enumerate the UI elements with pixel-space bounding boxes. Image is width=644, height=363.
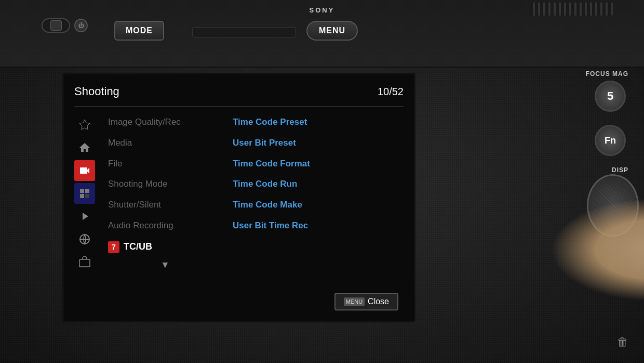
power-button[interactable]: ⏻ (74, 19, 88, 32)
menu-label-small: MENU (344, 297, 365, 306)
menu-area: Image Quality/Rec Media File Shooting Mo… (103, 112, 404, 296)
star-icon (78, 119, 91, 131)
screen-title: Shooting (74, 85, 119, 98)
power-icon: ⏻ (78, 22, 84, 29)
menu-right: Time Code Preset User Bit Preset Time Co… (233, 112, 388, 236)
focus-mag-dial[interactable]: 5 (595, 81, 626, 112)
close-button[interactable]: MENU Close (334, 293, 398, 310)
svg-rect-3 (85, 194, 89, 198)
menu-item-user-bit-preset[interactable]: User Bit Preset (233, 133, 388, 153)
close-label: Close (368, 297, 389, 306)
network-icon (78, 233, 91, 245)
focus-mag-label: FOCUS MAG (586, 70, 628, 77)
svg-rect-1 (85, 189, 89, 193)
menu-item-audio[interactable]: Audio Recording (108, 215, 222, 236)
sidebar-icon-custom[interactable] (74, 183, 95, 204)
sidebar-icon-play[interactable] (74, 206, 95, 227)
sidebar-icon-network[interactable] (74, 229, 95, 250)
tcub-badge: 7 (108, 241, 119, 253)
toolbox-icon (78, 256, 91, 268)
camera-bottom: 🗑 (540, 321, 644, 363)
menu-item-shooting-mode[interactable]: Shooting Mode (108, 174, 222, 195)
menu-item-time-code-run[interactable]: Time Code Run (233, 174, 388, 195)
tcub-row[interactable]: 7 TC/UB (108, 237, 222, 257)
menu-button[interactable]: MENU (306, 21, 358, 41)
screen-main: Image Quality/Rec Media File Shooting Mo… (74, 112, 404, 296)
custom-icon (78, 187, 91, 200)
menu-item-shutter[interactable]: Shutter/Silent (108, 195, 222, 215)
disp-label: DISP (612, 166, 628, 174)
power-switch-inner (50, 20, 62, 31)
play-icon (78, 210, 91, 223)
trash-icon[interactable]: 🗑 (617, 335, 628, 349)
sony-logo: SONY (310, 6, 335, 14)
menu-item-time-code-make[interactable]: Time Code Make (233, 195, 388, 215)
right-controls: FOCUS MAG 5 Fn DISP (462, 0, 644, 363)
menu-item-file[interactable]: File (108, 153, 222, 174)
screen-header: Shooting 10/52 (74, 85, 404, 98)
menu-item-user-bit-time-rec[interactable]: User Bit Time Rec (233, 215, 388, 236)
menu-left: Image Quality/Rec Media File Shooting Mo… (108, 112, 222, 270)
sidebar-icon-home[interactable] (74, 137, 95, 158)
mode-button[interactable]: MODE (114, 21, 164, 41)
sidebar-icon-settings[interactable] (74, 252, 95, 273)
menu-item-time-code-format[interactable]: Time Code Format (233, 153, 388, 174)
power-switch[interactable] (42, 18, 70, 33)
home-icon (78, 141, 91, 154)
sidebar-icon-star[interactable] (74, 114, 95, 135)
svg-rect-0 (80, 189, 84, 193)
tcub-label: TC/UB (124, 241, 152, 252)
fn-button[interactable]: Fn (595, 125, 626, 156)
screen-content: Shooting 10/52 (64, 74, 414, 321)
top-center-decoration (192, 27, 296, 37)
hand-overlay (551, 198, 644, 302)
menu-item-image-quality[interactable]: Image Quality/Rec (108, 112, 222, 133)
down-arrow: ▼ (108, 260, 222, 270)
screen-divider (74, 106, 404, 107)
power-area: ⏻ (42, 18, 88, 33)
menu-item-time-code-preset[interactable]: Time Code Preset (233, 112, 388, 133)
sidebar-icon-video[interactable] (74, 160, 95, 181)
camera-body: SONY ⏻ MODE MENU Shooting 10/52 (0, 0, 644, 363)
sidebar-icons (74, 112, 103, 296)
screen-page: 10/52 (378, 86, 404, 98)
svg-rect-2 (80, 194, 84, 198)
menu-item-media[interactable]: Media (108, 133, 222, 153)
video-icon (78, 164, 91, 177)
svg-rect-6 (79, 260, 90, 267)
lcd-screen: Shooting 10/52 (62, 73, 415, 322)
